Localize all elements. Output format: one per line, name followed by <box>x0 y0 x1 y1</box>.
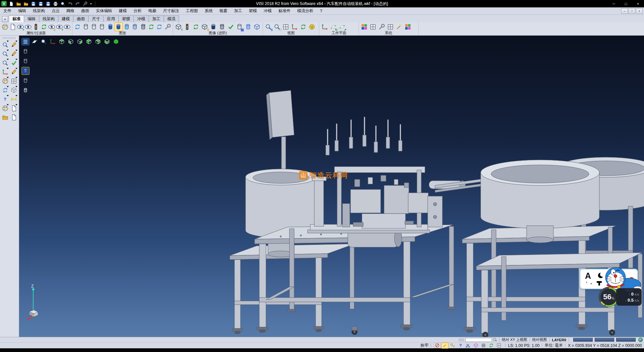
filter-traffic-light-icon[interactable] <box>33 23 40 31</box>
strip-flat-cylinder-icon[interactable] <box>22 77 29 84</box>
print-preview-icon[interactable] <box>60 1 66 6</box>
visibility-plus-minus-eye-icon[interactable]: ± <box>48 23 55 31</box>
entities-add-icon[interactable]: + <box>174 23 182 31</box>
menu-electrode[interactable]: 电极 <box>145 7 160 14</box>
workplane-cube-purple-icon[interactable] <box>473 343 479 348</box>
tab-edit[interactable]: 编辑 <box>24 15 39 22</box>
viewport-axis-arrow-icon[interactable] <box>49 38 56 45</box>
menu-edit[interactable]: 编辑 <box>15 7 30 14</box>
zoom-dynamic-icon[interactable]: ± <box>264 23 272 31</box>
wireframe-cylinder-icon[interactable] <box>82 23 89 31</box>
more-commands-dropdown-icon[interactable]: ▼ <box>90 2 92 5</box>
menu-help[interactable]: ? <box>317 8 326 14</box>
workplane-axes-icon[interactable] <box>321 23 329 31</box>
view-mode-label[interactable]: 绝对 XY 上视图 <box>502 337 527 342</box>
refresh-graphics-icon[interactable] <box>74 23 81 31</box>
menu-drawing[interactable]: 工程图 <box>182 7 201 14</box>
sidebar-grip[interactable] <box>3 37 16 39</box>
system-settings-icon[interactable] <box>369 23 377 31</box>
help-question-icon[interactable]: ? <box>1 95 9 104</box>
keyboard-tee-icon[interactable] <box>597 281 602 285</box>
redo-icon[interactable] <box>75 1 80 6</box>
blank-page-icon[interactable] <box>9 104 18 113</box>
tab-dimension[interactable]: 尺寸 <box>88 15 104 22</box>
snap-settings-icon[interactable] <box>395 23 403 31</box>
palette-export-icon[interactable] <box>1 104 9 113</box>
key-tool-icon[interactable] <box>449 343 456 348</box>
color-swatch-3[interactable] <box>616 338 636 342</box>
strip-hidden-line-cylinder-icon[interactable] <box>22 57 29 65</box>
tab-machining[interactable]: 加工 <box>149 15 164 22</box>
view-cube-front-icon[interactable] <box>67 38 74 45</box>
save-all-icon[interactable] <box>45 1 51 6</box>
search-magnifier-icon[interactable] <box>493 338 497 342</box>
menu-wireframe[interactable]: 线架构 <box>30 7 48 14</box>
strip-shaded-cylinder-icon-selected[interactable] <box>22 67 29 75</box>
tab-wireframe[interactable]: 线架构 <box>39 15 58 22</box>
workplane-rotate-icon[interactable]: ↻ <box>329 23 337 31</box>
save-as-icon[interactable] <box>38 1 44 6</box>
refresh-visibility-eye-icon[interactable] <box>40 23 47 31</box>
menu-machining[interactable]: 加工 <box>231 7 246 14</box>
view-add-eye-icon[interactable]: + <box>17 23 24 31</box>
menu-file[interactable]: 文件 <box>0 7 15 14</box>
netmon-speeds[interactable]: ↑ 0 K/s ↓ 0.5 K/s <box>616 288 642 306</box>
view-orientation-eye-icon[interactable] <box>308 23 316 31</box>
refresh-view-icon[interactable] <box>1 86 9 95</box>
zoom-window-icon[interactable]: □ <box>273 23 281 31</box>
rotate-view-icon[interactable] <box>299 23 307 31</box>
undo-icon[interactable] <box>67 1 73 6</box>
zoom-sphere-icon[interactable] <box>1 40 9 49</box>
absolute-view-label[interactable]: 绝对视图 <box>532 337 547 342</box>
menu-flow-analysis[interactable]: 模流分析 <box>294 7 317 14</box>
erase-pencil-icon[interactable] <box>9 40 18 49</box>
comma-mark-icon[interactable]: ’ <box>586 281 587 286</box>
wire-striped-cylinder-icon[interactable] <box>244 23 252 31</box>
options-tool-icon[interactable] <box>82 1 88 6</box>
new-document-icon[interactable] <box>8 1 14 6</box>
color-table-icon[interactable] <box>360 23 368 31</box>
command-search-input[interactable] <box>465 338 492 342</box>
menu-modeling[interactable]: 建模 <box>115 7 130 14</box>
lock-label[interactable]: 拴牢 <box>420 343 428 348</box>
entities-regen-icon[interactable] <box>192 23 200 31</box>
close-button[interactable]: × <box>632 0 644 7</box>
shaded-cube-icon[interactable] <box>253 23 261 31</box>
move-axes-icon[interactable] <box>1 68 9 77</box>
dot-mark-icon[interactable] <box>591 283 592 284</box>
show-all-eye-icon[interactable]: + <box>56 23 63 31</box>
viewport-zoom-sphere-icon[interactable] <box>40 38 47 45</box>
zoom-extents-arrow-icon[interactable] <box>290 23 299 31</box>
maximize-button[interactable]: □ <box>620 0 632 7</box>
workplane-plane-icon[interactable] <box>31 38 38 45</box>
units-label[interactable]: 单位: 毫米 <box>545 343 563 348</box>
tab-surface[interactable]: 曲面 <box>73 15 89 22</box>
magic-wand-icon[interactable] <box>442 343 448 348</box>
pencil-curve-icon[interactable] <box>9 68 18 77</box>
globe-icon[interactable] <box>638 338 643 342</box>
striped-cylinder-icon[interactable] <box>218 23 226 31</box>
mdi-restore-button[interactable]: □ <box>629 8 635 14</box>
menu-mesh[interactable]: 网格 <box>63 7 78 14</box>
color-swatch-2[interactable] <box>595 338 614 342</box>
validate-cylinder-check-icon[interactable] <box>227 23 235 31</box>
print-icon[interactable] <box>53 1 58 6</box>
menu-dimension[interactable]: 尺寸标注 <box>160 7 182 14</box>
entities-plus-minus-icon[interactable]: ± <box>201 23 209 31</box>
visi-logo-icon[interactable]: V <box>1 1 7 6</box>
export-orange-icon[interactable] <box>1 113 9 122</box>
viewport-3d[interactable]: 山 智造云科网 Z A ’ <box>19 36 644 337</box>
measure-distance-icon[interactable] <box>9 95 18 104</box>
window-grid-icon[interactable] <box>496 343 502 348</box>
open-file-icon[interactable] <box>16 1 21 6</box>
tab-standard[interactable]: 标准 <box>9 15 24 22</box>
menu-system[interactable]: 系统 <box>201 7 216 14</box>
view-cube-iso-icon[interactable] <box>112 38 120 45</box>
save-icon[interactable] <box>31 1 36 6</box>
view-cube-back-icon[interactable] <box>94 38 102 45</box>
menu-surface[interactable]: 曲面 <box>78 7 93 14</box>
configuration-tools-icon[interactable] <box>378 23 386 31</box>
checkbox-confirm-icon[interactable] <box>9 58 18 68</box>
tab-flow[interactable]: 模流 <box>164 15 179 22</box>
view-remove-eye-icon[interactable]: − <box>25 23 32 31</box>
